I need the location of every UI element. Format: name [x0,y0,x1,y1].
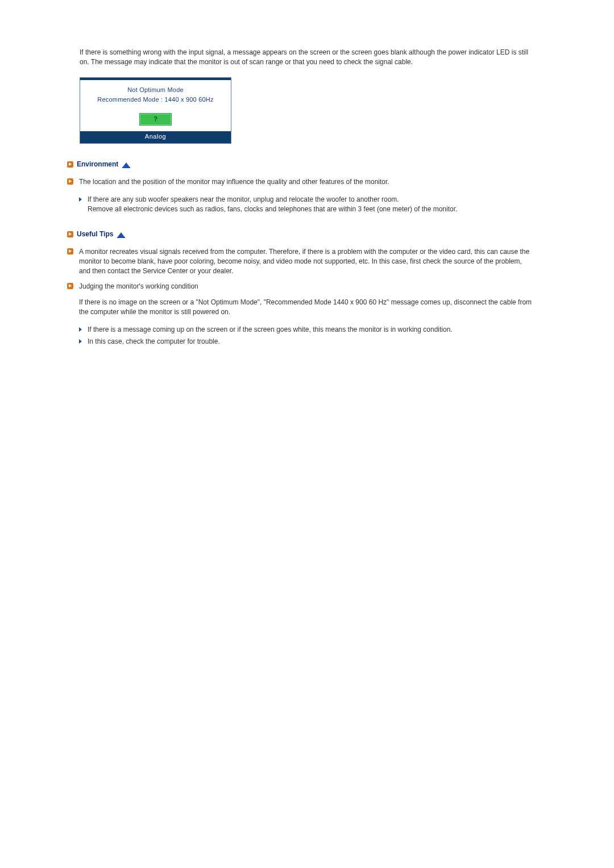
tips-item-2-title: Judging the monitor's working condition [79,282,534,291]
intro-paragraph: If there is something wrong with the inp… [80,48,534,67]
tips-item-1-text: A monitor recreates visual signals recei… [79,247,534,276]
back-to-top-icon[interactable] [118,232,125,237]
tips-item-2-body: Judging the monitor's working condition … [79,282,534,349]
tips-item-2: Judging the monitor's working condition … [67,282,534,349]
tips-subitem-b: In this case, check the computer for tro… [79,337,534,347]
bullet-icon [67,248,73,254]
tips-sub2a: If there is a message coming up on the s… [88,325,534,335]
dialog-button-row: ? [80,111,231,131]
environment-item-text: The location and the position of the mon… [79,177,534,187]
environment-subitem-body: If there are any sub woofer speakers nea… [88,195,534,214]
useful-tips-section: Useful Tips A monitor recreates visual s… [80,229,534,348]
section-icon [67,161,73,168]
dialog-footer: Analog [80,131,231,143]
arrow-icon [79,327,82,332]
page: If there is something wrong with the inp… [0,0,614,349]
dialog-line1: Not Optimum Mode [84,86,227,94]
section-icon [67,231,73,237]
tips-subitem-a: If there is a message coming up on the s… [79,325,534,335]
environment-heading: Environment [77,160,118,169]
arrow-icon [79,197,82,202]
environment-heading-row: Environment [67,160,534,169]
content-column: If there is something wrong with the inp… [80,0,534,349]
environment-section: Environment The location and the positio… [80,160,534,216]
bullet-icon [67,178,73,185]
environment-subitem: If there are any sub woofer speakers nea… [79,195,534,214]
environment-item: The location and the position of the mon… [67,177,534,216]
environment-sub1b: Remove all electronic devices such as ra… [88,205,534,214]
environment-sub1a: If there are any sub woofer speakers nea… [88,195,534,205]
dialog-body: Not Optimum Mode Recommended Mode : 1440… [80,80,231,111]
dialog-line2: Recommended Mode : 1440 x 900 60Hz [84,95,227,104]
tips-sub2b: In this case, check the computer for tro… [88,337,534,347]
dialog-help-button: ? [139,113,172,125]
back-to-top-icon[interactable] [123,162,130,167]
environment-item-body: The location and the position of the mon… [79,177,534,216]
arrow-icon [79,339,82,344]
useful-tips-heading-row: Useful Tips [67,229,534,239]
useful-tips-heading: Useful Tips [77,229,113,239]
tips-item-2-paragraph: If there is no image on the screen or a … [79,298,534,317]
bullet-icon [67,283,73,289]
tips-item-1: A monitor recreates visual signals recei… [67,247,534,276]
monitor-dialog: Not Optimum Mode Recommended Mode : 1440… [80,77,231,144]
